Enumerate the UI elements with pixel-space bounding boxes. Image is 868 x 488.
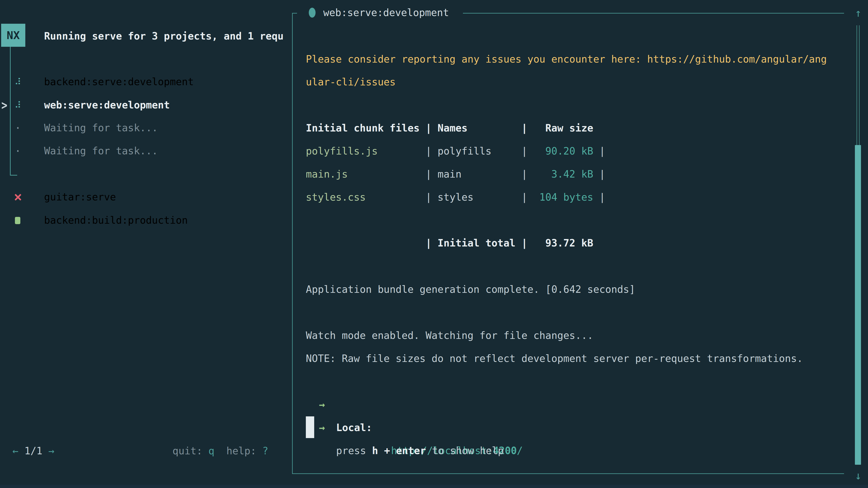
task-sidebar: NX Running serve for 3 projects, and 1 r… [0,0,292,488]
scroll-up-icon[interactable]: ↑ [851,2,865,24]
task-row-backend-build[interactable]: backend:build:production [0,209,292,232]
task-label: Waiting for task... [44,116,158,139]
issue-notice-line-1: Please consider reporting any issues you… [306,48,827,71]
quit-key: q [209,445,215,457]
col-header-files: Initial chunk files [306,117,420,140]
column-divider: | [426,186,432,209]
column-divider: | [426,117,432,140]
scrollbar-track[interactable] [857,25,860,145]
column-divider: | [426,140,432,163]
column-divider: | [522,140,528,163]
table-row: main.js | main | 3.42 kB | [306,163,342,186]
page-indicator: 1/1 [24,445,42,457]
table-header-row: Initial chunk files | Names | Raw size [306,117,342,140]
running-status-icon [309,8,315,18]
table-total-row: | Initial total | 93.72 kB [306,232,342,255]
help-hint-text: press h + enter to show help [336,439,504,462]
page-prev-icon[interactable]: ← [12,445,19,457]
page-next-icon[interactable]: → [49,445,55,457]
column-divider: | [522,232,528,255]
column-divider: | [522,117,528,140]
chunk-size: 104 bytes [533,186,593,209]
panel-title-text: web:serve:development [323,7,449,18]
panel-border-bottom [292,473,844,474]
scroll-down-icon[interactable]: ↓ [851,464,865,487]
task-row-guitar-serve[interactable]: guitar:serve [0,186,292,208]
task-label: guitar:serve [44,186,116,208]
panel-border-left [292,13,293,474]
task-label-selected: web:serve:development [44,94,170,117]
keyboard-shortcuts: quit: q help: ? [173,440,268,462]
quit-label: quit: [173,445,202,457]
chunk-name: main [438,163,462,186]
col-header-names: Names [438,117,467,140]
task-label: backend:serve:development [44,70,194,93]
column-divider: | [599,140,605,163]
help-hint-line: → press h + enter to show help [306,393,342,416]
note-line: NOTE: Raw file sizes do not reflect deve… [306,347,803,370]
chunk-size: 90.20 kB [533,140,593,163]
success-icon [15,217,20,224]
total-size: 93.72 kB [533,232,593,255]
error-icon [14,194,21,201]
hint-prefix: press [336,445,372,456]
spinner-icon: ⠼ [13,70,23,93]
task-row-waiting-2[interactable]: · Waiting for task... [0,139,292,162]
scrollbar-thumb[interactable] [855,145,861,465]
task-row-web-serve[interactable]: > ⠼ web:serve:development [0,94,292,117]
col-header-raw-size: Raw size [533,117,593,140]
local-url-line: → Local: http://localhost:4200/ [306,370,342,393]
issue-notice-line-2: ular-cli/issues [306,70,396,94]
nx-logo: NX [1,24,25,47]
watch-mode-line: Watch mode enabled. Watching for file ch… [306,324,593,347]
table-row: polyfills.js | polyfills | 90.20 kB | [306,140,342,163]
chunk-name: styles [438,186,473,209]
waiting-dot-icon: · [13,116,23,139]
chunk-file: polyfills.js [306,140,378,163]
panel-border-top-stub [292,13,297,13]
terminal-cursor [306,416,314,438]
total-label: Initial total [438,232,515,255]
column-divider: | [522,186,528,209]
task-label: Waiting for task... [44,139,158,162]
panel-border-top [463,13,844,13]
chunk-size: 3.42 kB [533,163,593,186]
selected-caret-icon: > [1,90,10,120]
panel-title: web:serve:development [303,1,455,24]
spinner-icon: ⠼ [13,94,23,117]
chunk-file: main.js [306,163,348,186]
pagination: ← 1/1 → [12,440,54,462]
column-divider: | [426,232,432,255]
pointer-arrow-icon: → [319,416,325,439]
url-suffix: / [517,445,523,456]
hint-keys: h + enter [372,445,426,456]
column-divider: | [599,163,605,186]
bottom-edge-strip [0,485,868,488]
task-label: backend:build:production [44,209,188,232]
tree-connector-foot [10,175,17,175]
table-row: styles.css | styles | 104 bytes | [306,186,342,209]
waiting-dot-icon: · [13,139,23,162]
column-divider: | [426,163,432,186]
column-divider: | [599,186,605,209]
chunk-file: styles.css [306,186,366,209]
chunk-name: polyfills [438,140,491,163]
task-row-waiting-1[interactable]: · Waiting for task... [0,116,292,139]
help-label: help: [226,445,256,457]
column-divider: | [522,163,528,186]
task-row-backend-serve[interactable]: ⠼ backend:serve:development [0,70,292,93]
nx-tui-screen: NX Running serve for 3 projects, and 1 r… [0,0,868,488]
bundle-complete-line: Application bundle generation complete. … [306,278,635,301]
help-key: ? [262,445,268,457]
run-summary-title: Running serve for 3 projects, and 1 requ [44,25,284,48]
hint-suffix: to show help [426,445,504,456]
